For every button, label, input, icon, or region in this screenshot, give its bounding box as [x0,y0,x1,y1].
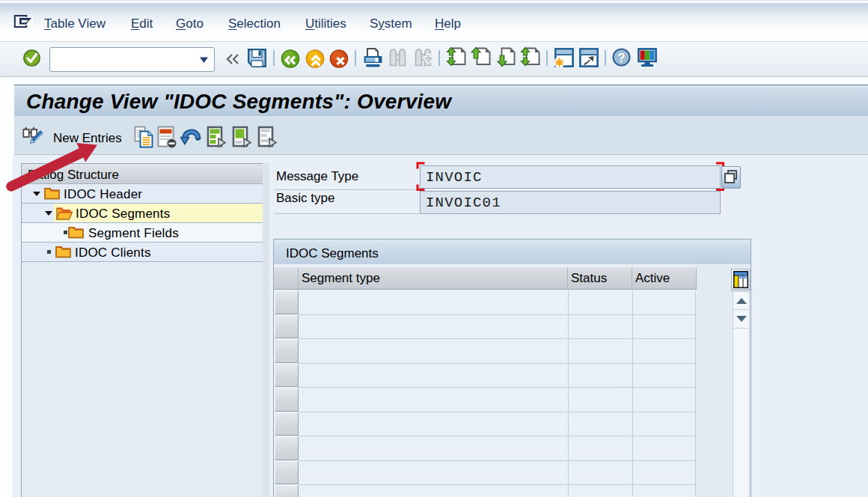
svg-text:?: ? [618,52,626,64]
